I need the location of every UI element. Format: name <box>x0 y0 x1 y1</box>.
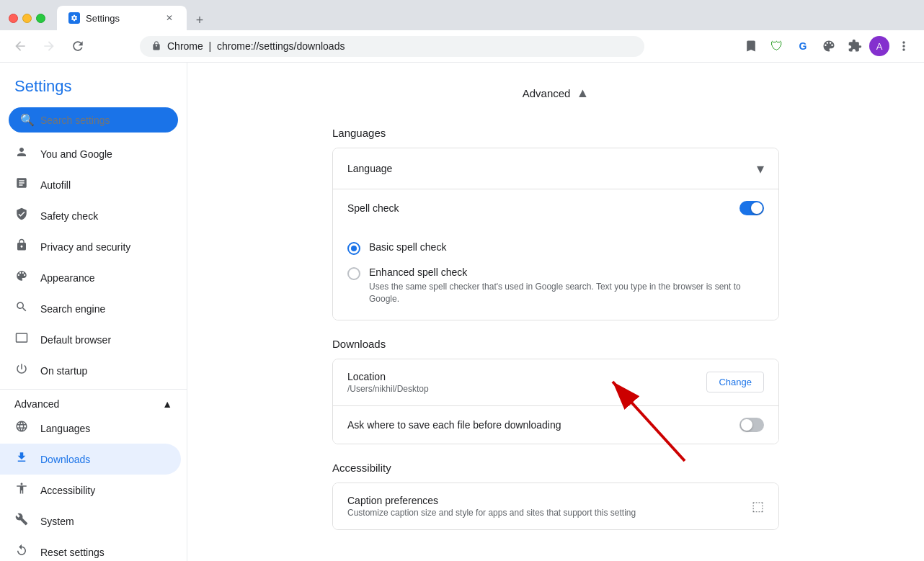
accessibility-section-title: Accessibility <box>332 462 779 474</box>
spell-check-label: Spell check <box>347 202 739 214</box>
downloads-icon <box>14 451 29 467</box>
shield-check-icon <box>14 207 29 224</box>
sidebar-advanced-label: Advanced <box>14 398 59 410</box>
sidebar-divider <box>0 389 187 390</box>
basic-spell-check-radio[interactable] <box>347 242 360 255</box>
settings-tab-title: Settings <box>86 13 158 24</box>
advanced-header-label: Advanced <box>523 87 571 99</box>
maximize-button[interactable] <box>36 14 45 23</box>
sidebar-item-languages[interactable]: Languages <box>0 413 181 444</box>
on-startup-icon <box>14 362 29 379</box>
sidebar-item-system[interactable]: System <box>0 506 181 537</box>
address-lock-icon <box>151 40 161 53</box>
sidebar-item-accessibility[interactable]: Accessibility <box>0 475 181 506</box>
ask-where-toggle[interactable] <box>739 418 764 432</box>
sidebar-label-on-startup: On startup <box>40 365 87 377</box>
bookmark-button[interactable] <box>739 35 763 58</box>
back-button[interactable] <box>9 35 32 58</box>
sidebar-label-system: System <box>40 516 74 527</box>
caption-external-link-icon[interactable]: ⬚ <box>752 498 764 514</box>
sidebar-label-languages: Languages <box>40 423 90 434</box>
browser-toolbar: Chrome | chrome://settings/downloads 🛡 G… <box>0 30 924 63</box>
reload-button[interactable] <box>66 35 89 58</box>
language-dropdown-row[interactable]: Language ▾ <box>333 148 778 189</box>
system-icon <box>14 513 29 529</box>
spell-check-options: Basic spell check Enhanced spell check U… <box>333 227 778 320</box>
sidebar-item-search-engine[interactable]: Search engine <box>0 293 181 324</box>
sidebar-label-safety-check: Safety check <box>40 210 98 222</box>
language-dropdown-label: Language <box>347 163 392 174</box>
search-icon: 🔍 <box>20 113 35 127</box>
sidebar-item-downloads[interactable]: Downloads <box>0 444 181 475</box>
sidebar-item-appearance[interactable]: Appearance <box>0 262 181 293</box>
advanced-chevron-icon: ▲ <box>576 86 589 101</box>
advanced-section-header[interactable]: Advanced ▲ <box>332 77 779 109</box>
accessibility-card: Caption preferences Customize caption si… <box>332 483 779 530</box>
languages-icon <box>14 420 29 436</box>
downloads-card: Location /Users/nikhil/Desktop Change As… <box>332 359 779 444</box>
accessibility-icon <box>14 482 29 498</box>
user-avatar[interactable]: A <box>869 36 889 56</box>
location-path: /Users/nikhil/Desktop <box>347 384 706 394</box>
caption-pref-desc: Customize caption size and style for app… <box>347 508 752 518</box>
spell-check-toggle[interactable] <box>739 201 764 215</box>
forward-button[interactable] <box>37 35 61 58</box>
address-text: Chrome | chrome://settings/downloads <box>167 40 345 52</box>
autofill-icon <box>14 176 29 193</box>
advanced-section-toggle[interactable]: Advanced ▲ <box>0 392 187 413</box>
close-button[interactable] <box>9 14 18 23</box>
color-theme-icon[interactable] <box>817 35 840 58</box>
enhanced-spell-check-option[interactable]: Enhanced spell check Uses the same spell… <box>347 261 764 311</box>
ask-where-row: Ask where to save each file before downl… <box>333 405 778 444</box>
language-dropdown-chevron-icon[interactable]: ▾ <box>757 160 764 177</box>
sidebar-item-safety-check[interactable]: Safety check <box>0 200 181 231</box>
advanced-chevron-up-icon: ▲ <box>162 398 172 410</box>
caption-pref-row: Caption preferences Customize caption si… <box>333 483 778 529</box>
person-icon <box>14 145 29 162</box>
extensions-button[interactable] <box>843 35 866 58</box>
sidebar-label-privacy-security: Privacy and security <box>40 241 130 253</box>
location-row: Location /Users/nikhil/Desktop Change <box>333 359 778 405</box>
enhanced-spell-check-radio[interactable] <box>347 267 360 280</box>
minimize-button[interactable] <box>22 14 32 23</box>
search-engine-icon <box>14 300 29 317</box>
sidebar-label-search-engine: Search engine <box>40 303 105 315</box>
address-bar[interactable]: Chrome | chrome://settings/downloads <box>140 36 644 57</box>
menu-button[interactable] <box>892 35 915 58</box>
kaspersky-icon[interactable]: 🛡 <box>765 35 788 58</box>
tab-close-button[interactable]: ✕ <box>164 12 175 24</box>
caption-pref-label: Caption preferences Customize caption si… <box>347 495 752 518</box>
settings-title: Settings <box>0 68 187 102</box>
toggle-knob <box>751 202 763 214</box>
toolbar-actions: 🛡 G A <box>739 35 915 58</box>
ask-where-toggle-knob <box>741 419 752 431</box>
enhanced-spell-check-label: Enhanced spell check <box>369 266 764 278</box>
sidebar-item-privacy-security[interactable]: Privacy and security <box>0 231 181 262</box>
google-account-icon[interactable]: G <box>791 35 814 58</box>
basic-spell-check-option[interactable]: Basic spell check <box>347 235 764 261</box>
location-label: Location /Users/nikhil/Desktop <box>347 371 706 394</box>
languages-section-title: Languages <box>332 127 779 139</box>
sidebar-item-you-and-google[interactable]: You and Google <box>0 138 181 169</box>
enhanced-spell-check-desc: Uses the same spell checker that's used … <box>369 281 764 305</box>
appearance-icon <box>14 269 29 286</box>
lock-icon <box>14 238 29 255</box>
search-input[interactable] <box>40 115 166 126</box>
basic-spell-check-label: Basic spell check <box>369 241 446 253</box>
sidebar-label-autofill: Autofill <box>40 179 71 191</box>
sidebar-label-reset-settings: Reset settings <box>40 547 105 558</box>
ask-where-label: Ask where to save each file before downl… <box>347 419 739 431</box>
sidebar-item-default-browser[interactable]: Default browser <box>0 324 181 355</box>
sidebar-item-reset-settings[interactable]: Reset settings <box>0 537 181 561</box>
languages-card: Language ▾ Spell check <box>332 148 779 320</box>
sidebar-label-default-browser: Default browser <box>40 334 111 346</box>
change-location-button[interactable]: Change <box>706 372 764 392</box>
settings-tab[interactable]: Settings ✕ <box>57 6 187 30</box>
sidebar-item-on-startup[interactable]: On startup <box>0 355 181 386</box>
sidebar-item-autofill[interactable]: Autofill <box>0 169 181 200</box>
sidebar: Settings 🔍 You and Google Autofill <box>0 63 187 561</box>
new-tab-button[interactable]: + <box>190 10 210 30</box>
sidebar-label-accessibility: Accessibility <box>40 485 95 496</box>
reset-icon <box>14 544 29 560</box>
sidebar-label-you-and-google: You and Google <box>40 148 112 160</box>
